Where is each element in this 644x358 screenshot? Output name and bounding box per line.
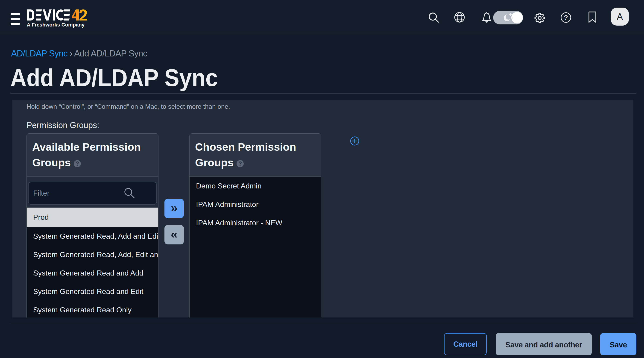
svg-text:?: ? <box>564 14 568 21</box>
